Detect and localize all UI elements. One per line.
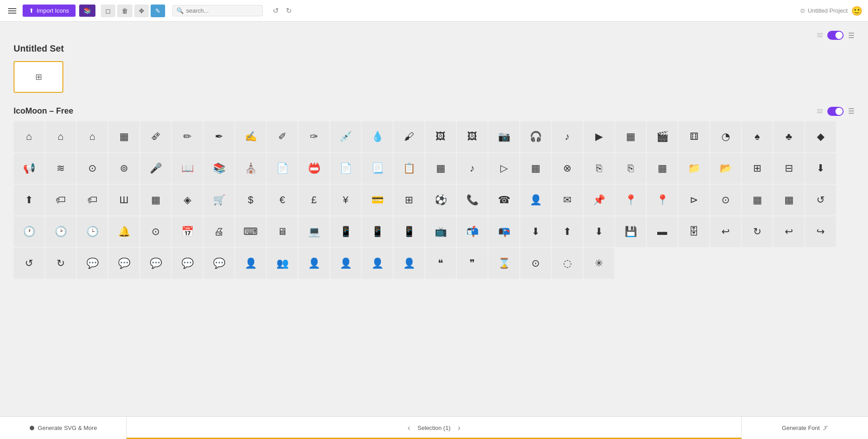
- icon-cell[interactable]: 🖼: [457, 121, 488, 152]
- icon-cell[interactable]: ⊙: [520, 248, 551, 279]
- icon-cell[interactable]: 👤: [299, 248, 329, 279]
- icon-cell[interactable]: 🖌: [394, 121, 424, 152]
- icon-cell[interactable]: 📁: [678, 153, 709, 184]
- icon-cell[interactable]: ▦: [647, 153, 678, 184]
- icomoon-set-menu[interactable]: ☰: [848, 107, 854, 115]
- icon-cell[interactable]: ⌛: [489, 248, 519, 279]
- icon-cell[interactable]: ▦: [773, 185, 804, 215]
- icon-cell[interactable]: ⊙: [710, 185, 741, 215]
- icon-cell[interactable]: ⊞: [394, 185, 424, 215]
- icon-cell[interactable]: ↩: [773, 216, 804, 247]
- untitled-set-toggle[interactable]: [827, 31, 844, 40]
- icon-cell[interactable]: ⬇: [520, 216, 551, 247]
- icon-cell[interactable]: 🏷: [45, 185, 76, 215]
- icon-cell[interactable]: 💬: [77, 248, 108, 279]
- icon-cell[interactable]: ▦: [109, 121, 139, 152]
- icon-cell[interactable]: ▷: [489, 153, 519, 184]
- icon-cell[interactable]: 🎤: [140, 153, 171, 184]
- next-selection-button[interactable]: ›: [458, 423, 460, 433]
- icon-cell[interactable]: 💬: [140, 248, 171, 279]
- icon-cell[interactable]: 🖥: [267, 216, 298, 247]
- icon-cell[interactable]: ✳: [583, 248, 614, 279]
- icon-cell[interactable]: 💻: [299, 216, 329, 247]
- icon-cell[interactable]: 📞: [457, 185, 488, 215]
- icon-cell[interactable]: ↻: [45, 248, 76, 279]
- icon-cell[interactable]: ⌨: [235, 216, 266, 247]
- undo-button[interactable]: ↺: [270, 5, 281, 17]
- icon-cell[interactable]: ⬇: [805, 153, 836, 184]
- icon-cell[interactable]: ✍: [235, 121, 266, 152]
- icon-cell[interactable]: ▦: [520, 153, 551, 184]
- icon-cell[interactable]: £: [299, 185, 329, 215]
- icon-cell[interactable]: ⌂: [45, 121, 76, 152]
- menu-button[interactable]: [5, 5, 19, 16]
- icon-cell[interactable]: ❞: [457, 248, 488, 279]
- icon-cell[interactable]: 📭: [489, 216, 519, 247]
- icon-cell[interactable]: 📱: [362, 216, 393, 247]
- icon-cell[interactable]: ⊗: [552, 153, 583, 184]
- icon-cell[interactable]: 💬: [172, 248, 203, 279]
- icon-cell[interactable]: ↺: [14, 248, 44, 279]
- icon-cell[interactable]: 💉: [330, 121, 361, 152]
- icon-cell[interactable]: 💬: [109, 248, 139, 279]
- icon-cell[interactable]: Ш: [109, 185, 139, 215]
- icon-cell[interactable]: 🖼: [425, 121, 456, 152]
- icon-cell[interactable]: 🖨: [204, 216, 234, 247]
- prev-selection-button[interactable]: ‹: [408, 423, 410, 433]
- icon-cell[interactable]: ⚽: [425, 185, 456, 215]
- move-tool-button[interactable]: ✥: [134, 5, 149, 17]
- icon-cell[interactable]: ⊟: [773, 153, 804, 184]
- icon-cell[interactable]: ❝: [425, 248, 456, 279]
- icon-cell[interactable]: ↩: [710, 216, 741, 247]
- icon-cell[interactable]: ◔: [710, 121, 741, 152]
- icon-cell[interactable]: ◌: [552, 248, 583, 279]
- icon-cell[interactable]: €: [267, 185, 298, 215]
- icon-cell[interactable]: 📛: [299, 153, 329, 184]
- icon-cell[interactable]: ☎: [489, 185, 519, 215]
- icon-cell[interactable]: ♪: [457, 153, 488, 184]
- icon-cell[interactable]: 📷: [489, 121, 519, 152]
- icon-cell[interactable]: 🕒: [77, 216, 108, 247]
- icon-cell[interactable]: 📂: [710, 153, 741, 184]
- icon-cell[interactable]: ✉: [552, 185, 583, 215]
- icon-cell[interactable]: 📍: [647, 185, 678, 215]
- search-input[interactable]: [186, 7, 259, 14]
- icon-cell[interactable]: ⊙: [140, 216, 171, 247]
- edit-tool-button[interactable]: ✎: [151, 5, 165, 17]
- icon-cell[interactable]: ▦: [140, 185, 171, 215]
- icon-cell[interactable]: ✐: [267, 121, 298, 152]
- icon-cell[interactable]: ♣: [773, 121, 804, 152]
- icon-cell[interactable]: 👤: [330, 248, 361, 279]
- icon-cell[interactable]: ⬆: [14, 185, 44, 215]
- icon-cell[interactable]: 🗄: [678, 216, 709, 247]
- icon-cell[interactable]: ⊳: [678, 185, 709, 215]
- redo-button[interactable]: ↻: [283, 5, 294, 17]
- icon-cell[interactable]: ♪: [552, 121, 583, 152]
- icon-cell[interactable]: ▬: [647, 216, 678, 247]
- icon-cell[interactable]: ✑: [299, 121, 329, 152]
- icon-cell[interactable]: ⌂: [77, 121, 108, 152]
- icon-cell[interactable]: 📢: [14, 153, 44, 184]
- icon-cell[interactable]: 🕑: [45, 216, 76, 247]
- icon-cell[interactable]: ⊞: [742, 153, 773, 184]
- icon-cell[interactable]: 📄: [267, 153, 298, 184]
- icon-cell[interactable]: 📍: [615, 185, 646, 215]
- icon-cell[interactable]: 🕐: [14, 216, 44, 247]
- icon-cell[interactable]: 💳: [362, 185, 393, 215]
- generate-svg-button[interactable]: ⬢ Generate SVG & More: [0, 417, 127, 439]
- icon-cell[interactable]: 💾: [615, 216, 646, 247]
- icon-cell[interactable]: ¥: [330, 185, 361, 215]
- icon-cell[interactable]: 📄: [330, 153, 361, 184]
- icon-cell[interactable]: 📺: [425, 216, 456, 247]
- icon-cell[interactable]: 🎬: [647, 121, 678, 152]
- icon-cell[interactable]: 📚: [204, 153, 234, 184]
- select-tool-button[interactable]: ◻: [101, 5, 115, 17]
- icon-cell[interactable]: ✏: [172, 121, 203, 152]
- delete-tool-button[interactable]: 🗑: [117, 5, 133, 17]
- icon-cell[interactable]: $: [235, 185, 266, 215]
- icon-cell[interactable]: 🔔: [109, 216, 139, 247]
- icon-cell[interactable]: 📌: [583, 185, 614, 215]
- icon-sets-button[interactable]: 📚: [79, 5, 95, 17]
- icon-cell[interactable]: ▶: [583, 121, 614, 152]
- icon-cell[interactable]: 👤: [235, 248, 266, 279]
